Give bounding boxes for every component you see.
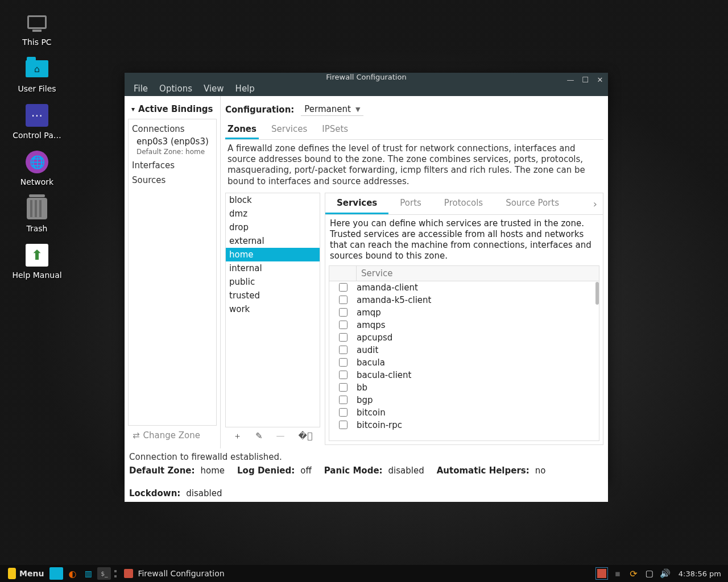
service-name: bitcoin-rpc: [357, 420, 402, 430]
desktop-icon-this-pc[interactable]: This PC: [0, 7, 74, 53]
service-row[interactable]: bitcoin: [329, 406, 599, 419]
desktop-icon-user-files[interactable]: ⌂User Files: [0, 53, 74, 100]
tab-ipsets[interactable]: IPSets: [320, 120, 350, 139]
tab-zones[interactable]: Zones: [225, 120, 259, 139]
service-row[interactable]: amqps: [329, 319, 599, 331]
zone-item-trusted[interactable]: trusted: [226, 289, 320, 302]
change-zone-button[interactable]: ⇄ Change Zone: [128, 426, 217, 445]
service-checkbox[interactable]: [339, 296, 348, 304]
tray-removable-icon[interactable]: ▪: [611, 567, 624, 580]
show-desktop-button[interactable]: [49, 567, 63, 580]
subtab-source-ports[interactable]: Source Ports: [494, 193, 570, 214]
zone-item-work[interactable]: work: [226, 302, 320, 316]
zone-item-block[interactable]: block: [226, 193, 320, 207]
tray-display-icon[interactable]: ▢: [643, 567, 656, 580]
zone-item-dmz[interactable]: dmz: [226, 207, 320, 221]
subtab-services[interactable]: Services: [325, 193, 388, 214]
service-checkbox[interactable]: [339, 308, 348, 317]
tab-services[interactable]: Services: [269, 120, 309, 139]
menu-options[interactable]: Options: [154, 81, 198, 96]
user-files-icon: ⌂: [25, 57, 49, 81]
status-bar: Connection to firewalld established. Def…: [125, 448, 608, 502]
service-checkbox[interactable]: [339, 396, 348, 404]
service-row[interactable]: amqp: [329, 306, 599, 319]
trash-icon: [25, 197, 49, 221]
taskbar-clock[interactable]: 4:38:56 pm: [675, 569, 725, 578]
services-table[interactable]: Service amanda-clientamanda-k5-clientamq…: [329, 265, 599, 442]
connections-category[interactable]: Connections: [131, 122, 214, 136]
services-name-column[interactable]: Service: [357, 266, 599, 281]
caret-down-icon: ▼: [355, 106, 360, 113]
service-row[interactable]: apcupsd: [329, 331, 599, 344]
terminal-launcher[interactable]: $_: [97, 567, 111, 580]
firefox-launcher[interactable]: ◐: [65, 567, 79, 580]
subtab-protocols[interactable]: Protocols: [433, 193, 494, 214]
service-row[interactable]: audit: [329, 344, 599, 356]
change-zone-label: Change Zone: [143, 430, 200, 440]
menu-view[interactable]: View: [198, 81, 230, 96]
start-menu-button[interactable]: Menu: [3, 568, 48, 579]
service-checkbox[interactable]: [339, 421, 348, 429]
service-checkbox[interactable]: [339, 408, 348, 417]
service-row[interactable]: bgp: [329, 394, 599, 406]
interfaces-category[interactable]: Interfaces: [131, 158, 214, 173]
service-row[interactable]: bacula-client: [329, 369, 599, 381]
connection-item[interactable]: enp0s3 (enp0s3): [131, 136, 214, 148]
main-panel: Configuration: Permanent ▼ ZonesServices…: [221, 96, 608, 448]
close-button[interactable]: ✕: [594, 74, 606, 85]
zone-add-button[interactable]: ＋: [233, 431, 242, 442]
desktop-icon-trash[interactable]: Trash: [0, 193, 74, 240]
zone-item-public[interactable]: public: [226, 275, 320, 289]
menu-file[interactable]: File: [128, 81, 154, 96]
desktop-icon-network[interactable]: 🌐Network: [0, 147, 74, 193]
tray-volume-icon[interactable]: 🔊: [659, 567, 672, 580]
subtab-scroll-right[interactable]: ›: [588, 198, 603, 210]
menubar: FileOptionsViewHelp: [125, 81, 608, 96]
zone-item-internal[interactable]: internal: [226, 261, 320, 275]
service-row[interactable]: amanda-client: [329, 281, 599, 294]
service-name: bitcoin: [357, 408, 386, 418]
desktop-icon-control-panel[interactable]: ⋯Control Pa…: [0, 100, 74, 147]
zone-remove-button[interactable]: —: [276, 431, 285, 442]
zone-edit-button[interactable]: ✎: [255, 431, 263, 442]
service-checkbox[interactable]: [339, 333, 348, 342]
status-item: Panic Mode:disabled: [324, 465, 424, 476]
zone-item-external[interactable]: external: [226, 234, 320, 248]
zone-item-home[interactable]: home: [226, 248, 320, 261]
desktop-icon-label: Network: [20, 177, 53, 186]
start-menu-label: Menu: [19, 569, 44, 578]
active-bindings-toggle[interactable]: ▾ Active Bindings: [128, 99, 217, 119]
network-icon: 🌐: [25, 150, 49, 174]
service-row[interactable]: amanda-k5-client: [329, 294, 599, 306]
service-row[interactable]: bitcoin-rpc: [329, 419, 599, 431]
status-item: Automatic Helpers:no: [437, 465, 546, 476]
service-checkbox[interactable]: [339, 283, 348, 292]
service-checkbox[interactable]: [339, 321, 348, 329]
zone-detail-panel: ServicesPortsProtocolsSource Ports› Here…: [325, 193, 603, 445]
scrollbar[interactable]: [595, 282, 599, 305]
minimize-button[interactable]: —: [565, 74, 576, 85]
service-checkbox[interactable]: [339, 346, 348, 354]
zone-defaults-button[interactable]: �⃞: [299, 431, 312, 442]
tray-updates-icon[interactable]: ⟳: [627, 567, 640, 580]
service-checkbox[interactable]: [339, 358, 348, 367]
service-checkbox[interactable]: [339, 371, 348, 379]
window-title: Firewall Configuration: [326, 73, 406, 81]
zone-item-drop[interactable]: drop: [226, 221, 320, 234]
service-checkbox[interactable]: [339, 383, 348, 392]
desktop-icon-help-manual[interactable]: ⬆Help Manual: [0, 240, 74, 286]
zone-list[interactable]: blockdmzdropexternalhomeinternalpublictr…: [225, 193, 320, 427]
sources-category[interactable]: Sources: [131, 173, 214, 188]
taskbar-separator: [114, 568, 117, 579]
maximize-button[interactable]: ☐: [580, 74, 591, 85]
window-titlebar[interactable]: Firewall Configuration — ☐ ✕: [125, 73, 608, 81]
service-name: apcupsd: [357, 332, 392, 343]
service-row[interactable]: bb: [329, 381, 599, 394]
configuration-dropdown[interactable]: Permanent ▼: [301, 103, 363, 116]
tray-firewall-icon[interactable]: [595, 567, 608, 580]
file-manager-launcher[interactable]: ▥: [81, 567, 95, 580]
menu-help[interactable]: Help: [230, 81, 260, 96]
taskbar-task-firewall[interactable]: Firewall Configuration: [119, 569, 229, 578]
subtab-ports[interactable]: Ports: [388, 193, 433, 214]
service-row[interactable]: bacula: [329, 356, 599, 369]
